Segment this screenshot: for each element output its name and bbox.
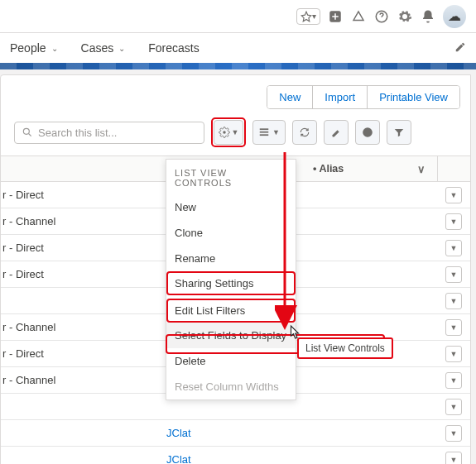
menu-rename[interactable]: Rename	[166, 246, 296, 271]
column-alias[interactable]: • Alias ∨	[313, 163, 437, 175]
action-buttons-row: New Import Printable View	[1, 85, 470, 117]
cell-alias[interactable]: JClat	[166, 453, 437, 464]
search-input[interactable]: Search this list...	[14, 122, 204, 144]
cell-title: r - Direct	[1, 268, 166, 280]
svg-rect-4	[260, 128, 269, 130]
row-actions-button[interactable]: ▼	[445, 452, 462, 465]
menu-sharing-settings[interactable]: Sharing Settings	[166, 271, 296, 295]
cell-title: r - Channel	[1, 374, 166, 386]
list-toolbar: Search this list... ▼ ▼	[1, 117, 470, 155]
import-button[interactable]: Import	[313, 86, 368, 108]
add-icon[interactable]	[327, 8, 344, 25]
column-label: Alias	[319, 163, 344, 175]
search-icon	[22, 127, 33, 138]
nav-label: Cases	[81, 41, 114, 55]
setup-gear-icon[interactable]	[397, 8, 413, 25]
favorites-dropdown[interactable]: ▾	[296, 8, 320, 25]
row-actions-button[interactable]: ▼	[445, 372, 462, 389]
svg-point-3	[223, 131, 226, 134]
row-actions-button[interactable]: ▼	[445, 187, 462, 203]
menu-title: LIST VIEW CONTROLS	[166, 160, 296, 194]
refresh-button[interactable]	[292, 120, 317, 145]
menu-clone[interactable]: Clone	[166, 220, 296, 246]
row-actions-button[interactable]: ▼	[445, 266, 462, 283]
cell-title: r - Channel	[1, 321, 166, 333]
menu-new[interactable]: New	[166, 194, 296, 220]
row-actions-button[interactable]: ▼	[445, 293, 462, 309]
avatar-glyph: ☁	[448, 8, 461, 24]
user-avatar[interactable]: ☁	[443, 5, 466, 28]
chart-button[interactable]	[355, 120, 380, 145]
list-view-controls-menu: LIST VIEW CONTROLS New Clone Rename Shar…	[166, 159, 296, 400]
table-row: JClat▼	[1, 420, 470, 447]
list-view-controls-highlight: ▼	[211, 117, 246, 147]
nav-people[interactable]: People⌄	[10, 41, 58, 55]
chevron-down-icon: ⌄	[118, 44, 125, 53]
nav-label: Forecasts	[148, 41, 199, 55]
table-row: JClat▼	[1, 447, 470, 464]
row-actions-button[interactable]: ▼	[445, 425, 462, 442]
cell-title: r - Direct	[1, 347, 166, 360]
row-actions-button[interactable]: ▼	[445, 399, 462, 415]
menu-reset-widths: Reset Column Widths	[166, 374, 296, 399]
chevron-down-icon: ∨	[417, 163, 426, 175]
brand-ribbon	[0, 63, 476, 69]
display-as-button[interactable]: ▼	[252, 120, 286, 145]
caret-down-icon: ▾	[312, 12, 316, 21]
nav-cases[interactable]: Cases⌄	[81, 41, 126, 55]
nav-forecasts[interactable]: Forecasts	[148, 41, 199, 55]
new-button[interactable]: New	[267, 86, 313, 108]
cell-alias[interactable]: JClat	[166, 427, 437, 439]
inline-edit-button[interactable]	[324, 120, 349, 145]
actions-column	[437, 156, 470, 181]
menu-edit-list-filters[interactable]: Edit List Filters	[166, 299, 296, 323]
cell-title: r - Direct	[1, 242, 166, 254]
search-placeholder: Search this list...	[38, 127, 117, 139]
svg-rect-6	[260, 134, 269, 136]
filter-button[interactable]	[387, 120, 411, 145]
row-actions-button[interactable]: ▼	[445, 213, 462, 230]
svg-rect-5	[260, 132, 269, 133]
cell-title: r - Direct	[1, 189, 166, 201]
svg-point-2	[23, 128, 29, 134]
menu-delete[interactable]: Delete	[166, 348, 296, 374]
edit-nav-icon[interactable]	[454, 41, 466, 55]
tooltip-list-view-controls: List View Controls	[297, 337, 393, 359]
global-header: ▾ ☁	[0, 0, 476, 33]
notifications-bell-icon[interactable]	[420, 8, 436, 25]
cell-title: r - Channel	[1, 215, 166, 227]
object-nav: People⌄ Cases⌄ Forecasts	[0, 33, 476, 63]
nav-label: People	[10, 41, 46, 55]
row-actions-button[interactable]: ▼	[445, 346, 462, 362]
action-button-group: New Import Printable View	[267, 85, 460, 109]
row-actions-button[interactable]: ▼	[445, 319, 462, 336]
printable-view-button[interactable]: Printable View	[368, 86, 459, 108]
menu-select-fields[interactable]: Select Fields to Display	[166, 323, 296, 348]
list-view-controls-button[interactable]: ▼	[214, 120, 243, 145]
row-actions-button[interactable]: ▼	[445, 240, 462, 256]
salesforce-app-icon[interactable]	[350, 8, 367, 25]
help-icon[interactable]	[373, 8, 390, 25]
chevron-down-icon: ⌄	[51, 44, 58, 53]
